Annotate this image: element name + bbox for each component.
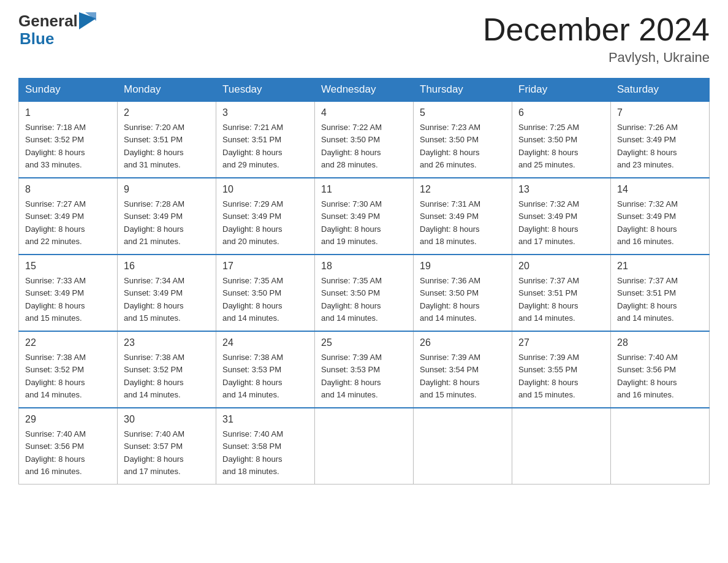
day-cell: 12 Sunrise: 7:31 AMSunset: 3:49 PMDaylig… bbox=[414, 178, 512, 255]
day-cell: 28 Sunrise: 7:40 AMSunset: 3:56 PMDaylig… bbox=[611, 331, 710, 408]
day-number: 19 bbox=[420, 259, 506, 274]
week-row-3: 15 Sunrise: 7:33 AMSunset: 3:49 PMDaylig… bbox=[19, 255, 710, 331]
day-cell bbox=[414, 408, 512, 484]
day-number: 14 bbox=[617, 182, 703, 197]
day-cell: 5 Sunrise: 7:23 AMSunset: 3:50 PMDayligh… bbox=[414, 101, 512, 178]
day-info: Sunrise: 7:34 AMSunset: 3:49 PMDaylight:… bbox=[124, 276, 184, 323]
day-info: Sunrise: 7:35 AMSunset: 3:50 PMDaylight:… bbox=[321, 276, 382, 323]
logo: General Blue bbox=[18, 12, 99, 47]
day-number: 3 bbox=[222, 105, 308, 120]
day-info: Sunrise: 7:37 AMSunset: 3:51 PMDaylight:… bbox=[518, 276, 579, 323]
day-info: Sunrise: 7:39 AMSunset: 3:54 PMDaylight:… bbox=[420, 353, 480, 399]
day-cell: 18 Sunrise: 7:35 AMSunset: 3:50 PMDaylig… bbox=[315, 255, 414, 331]
logo-blue: Blue bbox=[20, 30, 99, 48]
day-info: Sunrise: 7:18 AMSunset: 3:52 PMDaylight:… bbox=[25, 123, 86, 169]
day-cell: 8 Sunrise: 7:27 AMSunset: 3:49 PMDayligh… bbox=[19, 178, 118, 255]
day-info: Sunrise: 7:38 AMSunset: 3:52 PMDaylight:… bbox=[124, 353, 184, 399]
day-info: Sunrise: 7:39 AMSunset: 3:55 PMDaylight:… bbox=[518, 353, 579, 399]
week-row-5: 29 Sunrise: 7:40 AMSunset: 3:56 PMDaylig… bbox=[19, 408, 710, 484]
week-row-4: 22 Sunrise: 7:38 AMSunset: 3:52 PMDaylig… bbox=[19, 331, 710, 408]
location: Pavlysh, Ukraine bbox=[483, 50, 710, 66]
day-number: 4 bbox=[321, 105, 407, 120]
day-info: Sunrise: 7:23 AMSunset: 3:50 PMDaylight:… bbox=[420, 123, 480, 169]
day-info: Sunrise: 7:31 AMSunset: 3:49 PMDaylight:… bbox=[420, 199, 480, 246]
day-info: Sunrise: 7:21 AMSunset: 3:51 PMDaylight:… bbox=[222, 123, 283, 169]
day-info: Sunrise: 7:40 AMSunset: 3:56 PMDaylight:… bbox=[617, 353, 678, 399]
weekday-header-wednesday: Wednesday bbox=[315, 79, 414, 102]
day-cell: 22 Sunrise: 7:38 AMSunset: 3:52 PMDaylig… bbox=[19, 331, 118, 408]
weekday-header-tuesday: Tuesday bbox=[216, 79, 315, 102]
day-cell: 10 Sunrise: 7:29 AMSunset: 3:49 PMDaylig… bbox=[216, 178, 315, 255]
weekday-header-sunday: Sunday bbox=[19, 79, 118, 102]
day-number: 12 bbox=[420, 182, 506, 197]
day-number: 8 bbox=[25, 182, 111, 197]
day-cell: 9 Sunrise: 7:28 AMSunset: 3:49 PMDayligh… bbox=[118, 178, 216, 255]
day-info: Sunrise: 7:36 AMSunset: 3:50 PMDaylight:… bbox=[420, 276, 480, 323]
day-number: 10 bbox=[222, 182, 308, 197]
day-cell: 13 Sunrise: 7:32 AMSunset: 3:49 PMDaylig… bbox=[512, 178, 611, 255]
day-info: Sunrise: 7:26 AMSunset: 3:49 PMDaylight:… bbox=[617, 123, 678, 169]
day-info: Sunrise: 7:22 AMSunset: 3:50 PMDaylight:… bbox=[321, 123, 382, 169]
day-cell: 31 Sunrise: 7:40 AMSunset: 3:58 PMDaylig… bbox=[216, 408, 315, 484]
day-cell: 23 Sunrise: 7:38 AMSunset: 3:52 PMDaylig… bbox=[118, 331, 216, 408]
day-number: 15 bbox=[25, 259, 111, 274]
day-cell: 26 Sunrise: 7:39 AMSunset: 3:54 PMDaylig… bbox=[414, 331, 512, 408]
day-info: Sunrise: 7:38 AMSunset: 3:52 PMDaylight:… bbox=[25, 353, 86, 399]
day-cell: 7 Sunrise: 7:26 AMSunset: 3:49 PMDayligh… bbox=[611, 101, 710, 178]
day-info: Sunrise: 7:40 AMSunset: 3:57 PMDaylight:… bbox=[124, 429, 184, 476]
logo-icon bbox=[79, 12, 96, 29]
day-number: 25 bbox=[321, 335, 407, 350]
day-info: Sunrise: 7:32 AMSunset: 3:49 PMDaylight:… bbox=[518, 199, 579, 246]
day-info: Sunrise: 7:28 AMSunset: 3:49 PMDaylight:… bbox=[124, 199, 184, 246]
day-cell bbox=[315, 408, 414, 484]
day-cell: 21 Sunrise: 7:37 AMSunset: 3:51 PMDaylig… bbox=[611, 255, 710, 331]
day-number: 31 bbox=[222, 412, 308, 427]
day-number: 21 bbox=[617, 259, 703, 274]
day-number: 22 bbox=[25, 335, 111, 350]
day-number: 29 bbox=[25, 412, 111, 427]
title-area: December 2024 Pavlysh, Ukraine bbox=[483, 12, 710, 66]
day-cell: 6 Sunrise: 7:25 AMSunset: 3:50 PMDayligh… bbox=[512, 101, 611, 178]
weekday-header-monday: Monday bbox=[118, 79, 216, 102]
day-number: 5 bbox=[420, 105, 506, 120]
day-cell: 4 Sunrise: 7:22 AMSunset: 3:50 PMDayligh… bbox=[315, 101, 414, 178]
logo-general: General bbox=[18, 12, 78, 30]
day-number: 2 bbox=[124, 105, 210, 120]
day-cell: 20 Sunrise: 7:37 AMSunset: 3:51 PMDaylig… bbox=[512, 255, 611, 331]
weekday-header-saturday: Saturday bbox=[611, 79, 710, 102]
day-info: Sunrise: 7:37 AMSunset: 3:51 PMDaylight:… bbox=[617, 276, 678, 323]
day-number: 11 bbox=[321, 182, 407, 197]
weekday-header-thursday: Thursday bbox=[414, 79, 512, 102]
day-number: 9 bbox=[124, 182, 210, 197]
day-number: 26 bbox=[420, 335, 506, 350]
day-cell: 1 Sunrise: 7:18 AMSunset: 3:52 PMDayligh… bbox=[19, 101, 118, 178]
day-cell: 2 Sunrise: 7:20 AMSunset: 3:51 PMDayligh… bbox=[118, 101, 216, 178]
day-cell: 11 Sunrise: 7:30 AMSunset: 3:49 PMDaylig… bbox=[315, 178, 414, 255]
day-number: 24 bbox=[222, 335, 308, 350]
day-cell: 25 Sunrise: 7:39 AMSunset: 3:53 PMDaylig… bbox=[315, 331, 414, 408]
day-number: 17 bbox=[222, 259, 308, 274]
day-cell: 27 Sunrise: 7:39 AMSunset: 3:55 PMDaylig… bbox=[512, 331, 611, 408]
day-info: Sunrise: 7:40 AMSunset: 3:58 PMDaylight:… bbox=[222, 429, 283, 476]
day-info: Sunrise: 7:25 AMSunset: 3:50 PMDaylight:… bbox=[518, 123, 579, 169]
day-info: Sunrise: 7:30 AMSunset: 3:49 PMDaylight:… bbox=[321, 199, 382, 246]
day-cell: 15 Sunrise: 7:33 AMSunset: 3:49 PMDaylig… bbox=[19, 255, 118, 331]
day-cell bbox=[611, 408, 710, 484]
calendar-table: SundayMondayTuesdayWednesdayThursdayFrid… bbox=[18, 78, 710, 484]
day-info: Sunrise: 7:20 AMSunset: 3:51 PMDaylight:… bbox=[124, 123, 184, 169]
day-number: 20 bbox=[518, 259, 604, 274]
day-number: 27 bbox=[518, 335, 604, 350]
day-number: 28 bbox=[617, 335, 703, 350]
day-info: Sunrise: 7:32 AMSunset: 3:49 PMDaylight:… bbox=[617, 199, 678, 246]
week-row-2: 8 Sunrise: 7:27 AMSunset: 3:49 PMDayligh… bbox=[19, 178, 710, 255]
weekday-header-friday: Friday bbox=[512, 79, 611, 102]
weekday-header-row: SundayMondayTuesdayWednesdayThursdayFrid… bbox=[19, 79, 710, 102]
day-number: 6 bbox=[518, 105, 604, 120]
day-info: Sunrise: 7:29 AMSunset: 3:49 PMDaylight:… bbox=[222, 199, 283, 246]
day-cell: 19 Sunrise: 7:36 AMSunset: 3:50 PMDaylig… bbox=[414, 255, 512, 331]
day-number: 16 bbox=[124, 259, 210, 274]
day-info: Sunrise: 7:33 AMSunset: 3:49 PMDaylight:… bbox=[25, 276, 86, 323]
day-number: 7 bbox=[617, 105, 703, 120]
day-info: Sunrise: 7:38 AMSunset: 3:53 PMDaylight:… bbox=[222, 353, 283, 399]
day-cell bbox=[512, 408, 611, 484]
